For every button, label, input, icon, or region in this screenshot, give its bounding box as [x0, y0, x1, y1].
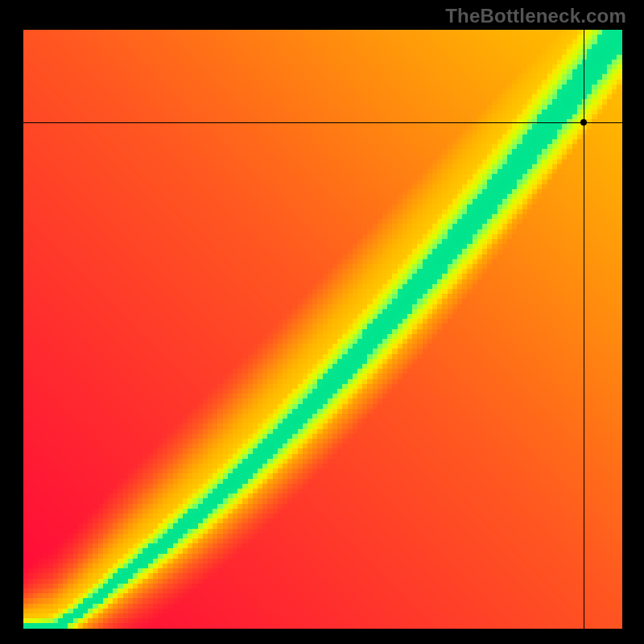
- heatmap-plot: [23, 30, 622, 629]
- heatmap-canvas: [23, 30, 622, 629]
- watermark-text: TheBottleneck.com: [445, 5, 626, 27]
- chart-frame: TheBottleneck.com: [0, 0, 644, 644]
